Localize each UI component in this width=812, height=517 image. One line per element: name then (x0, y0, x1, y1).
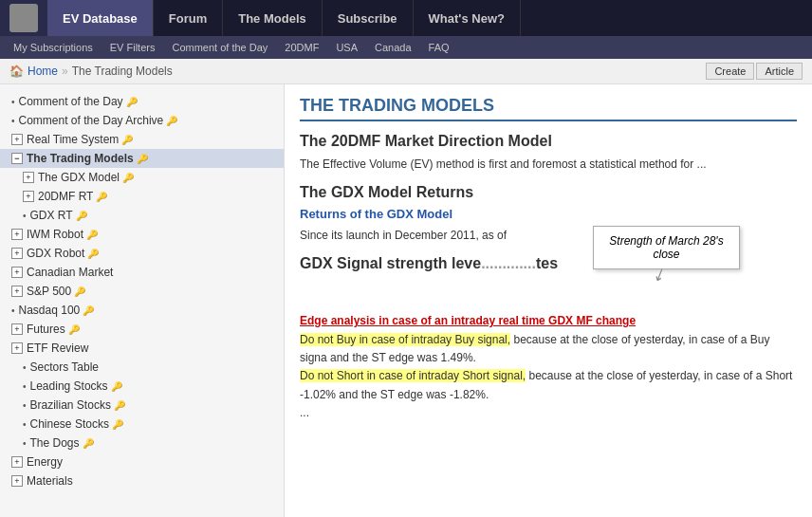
ellipsis-text: ... (300, 404, 797, 421)
sidebar-item-energy[interactable]: + Energy (0, 452, 284, 471)
key-icon-12: 🔑 (111, 381, 122, 392)
expand-icon-etf-review[interactable]: + (11, 342, 23, 354)
edge-analysis-title: Edge analysis in case of an intraday rea… (300, 314, 797, 327)
do-not-short-highlight: Do not Short in case of intraday Short s… (300, 369, 526, 382)
signal-obscured: ............. (481, 255, 536, 271)
create-button[interactable]: Create (706, 63, 754, 80)
expand-icon-sp500[interactable]: + (11, 286, 23, 297)
tab-ev-database[interactable]: EV Database (47, 0, 154, 36)
key-icon-15: 🔑 (83, 438, 94, 449)
do-not-buy-text: Do not Buy in case of intraday Buy signa… (300, 331, 797, 367)
section-20dmf-body: The Effective Volume (EV) method is firs… (300, 156, 797, 173)
article-button[interactable]: Article (756, 63, 803, 80)
expand-icon-real-time[interactable]: + (11, 134, 23, 145)
sidebar-item-iwm-robot[interactable]: + IWM Robot 🔑 (0, 225, 284, 244)
subnav-usa[interactable]: USA (328, 36, 365, 59)
subnav-ev-filters[interactable]: EV Filters (102, 36, 163, 59)
sidebar-label-etf-review: ETF Review (27, 342, 88, 355)
expand-icon-iwm-robot[interactable]: + (11, 229, 23, 240)
sidebar-item-futures[interactable]: + Futures 🔑 (0, 320, 284, 339)
bullet-icon: • (11, 97, 15, 107)
sidebar-item-comment-archive[interactable]: • Comment of the Day Archive 🔑 (0, 111, 284, 130)
top-nav-tabs: EV Database Forum The Models Subscribe W… (47, 0, 521, 36)
signal-title-prefix: GDX Signal strength leve (300, 255, 481, 271)
subnav-my-subscriptions[interactable]: My Subscriptions (6, 36, 101, 59)
tooltip-container: Strength of March 28's close ↙ (300, 278, 797, 306)
sidebar-label-brazilian-stocks: Brazilian Stocks (30, 398, 111, 412)
breadcrumb-current: The Trading Models (72, 65, 173, 78)
sidebar-label-sp500: S&P 500 (27, 285, 71, 298)
sidebar-label-gdx-rt: GDX RT (30, 209, 73, 222)
key-icon-3: 🔑 (137, 154, 148, 164)
expand-icon-gdx-model[interactable]: + (23, 172, 34, 183)
gdx-returns-link[interactable]: Returns of the GDX Model (300, 207, 797, 221)
sidebar-item-leading-stocks[interactable]: • Leading Stocks 🔑 (0, 377, 284, 396)
sidebar-item-the-dogs[interactable]: • The Dogs 🔑 (0, 434, 284, 452)
sidebar-item-gdx-rt[interactable]: • GDX RT 🔑 (0, 206, 284, 225)
bullet-icon-2: • (11, 116, 15, 126)
bullet-icon-leading: • (23, 381, 27, 392)
sidebar-item-etf-review[interactable]: + ETF Review (0, 339, 284, 358)
breadcrumb-home[interactable]: Home (28, 65, 58, 78)
sidebar-label-chinese-stocks: Chinese Stocks (30, 417, 109, 431)
sidebar-item-real-time[interactable]: + Real Time System 🔑 (0, 130, 284, 149)
key-icon-14: 🔑 (112, 419, 123, 430)
sidebar-item-comment-of-day[interactable]: • Comment of the Day 🔑 (0, 92, 284, 111)
key-icon-8: 🔑 (87, 249, 99, 259)
bullet-icon-chinese: • (23, 419, 27, 430)
sidebar-item-sectors-table[interactable]: • Sectors Table (0, 358, 284, 377)
key-icon-10: 🔑 (83, 305, 94, 316)
collapse-icon-trading-models[interactable]: − (11, 153, 23, 164)
do-not-buy-highlight: Do not Buy in case of intraday Buy signa… (300, 333, 510, 346)
sidebar-item-20dmf-rt[interactable]: + 20DMF RT 🔑 (0, 187, 284, 206)
expand-icon-canadian[interactable]: + (11, 267, 23, 278)
key-icon-9: 🔑 (74, 286, 85, 297)
main-content: THE TRADING MODELS The 20DMF Market Dire… (285, 84, 812, 517)
breadcrumb-actions: Create Article (706, 63, 803, 80)
section-20dmf-title: The 20DMF Market Direction Model (300, 133, 797, 150)
sidebar-item-nasdaq100[interactable]: • Nasdaq 100 🔑 (0, 301, 284, 320)
signal-title-suffix: tes (536, 255, 558, 271)
bullet-icon-dogs: • (23, 438, 27, 449)
sidebar-item-trading-models[interactable]: − The Trading Models 🔑 (0, 149, 284, 168)
expand-icon-gdx-robot[interactable]: + (11, 248, 23, 259)
sidebar-item-brazilian-stocks[interactable]: • Brazilian Stocks 🔑 (0, 396, 284, 415)
expand-icon-materials[interactable]: + (11, 475, 23, 487)
sidebar-item-gdx-model[interactable]: + The GDX Model 🔑 (0, 168, 284, 187)
sidebar-item-gdx-robot[interactable]: + GDX Robot 🔑 (0, 244, 284, 263)
sidebar-item-chinese-stocks[interactable]: • Chinese Stocks 🔑 (0, 415, 284, 434)
tab-the-models[interactable]: The Models (223, 0, 323, 36)
gdx-body-text: Since its launch in December 2011, as of (300, 229, 507, 242)
home-icon: 🏠 (9, 65, 24, 78)
bullet-icon-sectors: • (23, 362, 27, 373)
sidebar-item-materials[interactable]: + Materials (0, 471, 284, 490)
sub-nav: My Subscriptions EV Filters Comment of t… (0, 36, 812, 59)
tab-forum[interactable]: Forum (154, 0, 223, 36)
sidebar-label-real-time: Real Time System (27, 133, 119, 146)
key-icon-4: 🔑 (122, 173, 134, 183)
sidebar: • Comment of the Day 🔑 • Comment of the … (0, 84, 285, 517)
subnav-20dmf[interactable]: 20DMF (277, 36, 326, 59)
sidebar-label-comment-of-day: Comment of the Day (19, 95, 123, 108)
subnav-canada[interactable]: Canada (367, 36, 419, 59)
tab-subscribe[interactable]: Subscribe (323, 0, 414, 36)
subnav-comment-of-day[interactable]: Comment of the Day (164, 36, 275, 59)
expand-icon-20dmf-rt[interactable]: + (23, 191, 34, 202)
sidebar-label-futures: Futures (27, 323, 65, 336)
sidebar-label-comment-archive: Comment of the Day Archive (19, 114, 164, 127)
bullet-icon-gdx-rt: • (23, 211, 27, 221)
sidebar-label-20dmf-rt: 20DMF RT (38, 190, 93, 203)
expand-icon-futures[interactable]: + (11, 323, 23, 335)
sidebar-label-leading-stocks: Leading Stocks (30, 379, 108, 393)
gdx-signal-area: GDX Signal strength leve.............tes… (300, 255, 797, 421)
key-icon-2: 🔑 (121, 135, 133, 145)
sidebar-item-sp500[interactable]: + S&P 500 🔑 (0, 282, 284, 301)
sidebar-label-gdx-model: The GDX Model (38, 171, 120, 184)
subnav-faq[interactable]: FAQ (421, 36, 457, 59)
section-gdx-title: The GDX Model Returns (300, 184, 797, 201)
tab-whats-new[interactable]: What's New? (414, 0, 521, 36)
sidebar-label-nasdaq100: Nasdaq 100 (19, 304, 81, 317)
sidebar-item-canadian-market[interactable]: + Canadian Market (0, 263, 284, 282)
expand-icon-energy[interactable]: + (11, 456, 23, 468)
site-logo (0, 0, 47, 36)
